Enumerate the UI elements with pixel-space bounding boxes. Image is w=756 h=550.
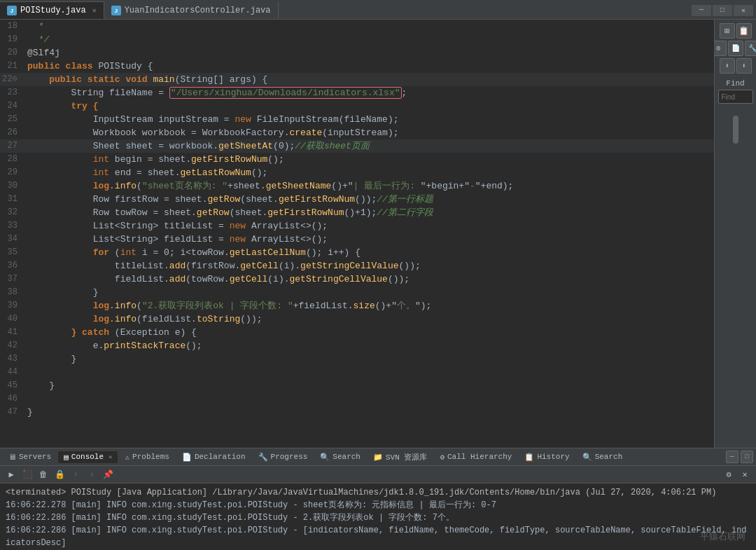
close-icon[interactable]: ✕ [92,6,97,15]
servers-icon: 🖥 [8,453,16,462]
table-row: 29 int end = sheet.getLastRowNum(); [0,166,714,179]
console-info-line-2: 16:06:22.286 [main] INFO com.xing.studyT… [6,511,750,524]
svg-text:J: J [114,8,118,14]
table-row: 22⊙ public static void main(String[] arg… [0,73,714,86]
btab-servers[interactable]: 🖥 Servers [3,451,57,463]
tab-yuanindicators[interactable]: J YuanIndicatorsController.java [104,1,279,19]
sidebar-btn-5[interactable]: 🔧 [745,41,757,56]
table-row: 42 e.printStackTrace(); [0,339,714,352]
history-icon: 📋 [524,453,534,462]
scrollbar[interactable] [732,109,739,441]
sidebar-btn-7[interactable]: ⬇ [736,58,752,74]
console-close-btn[interactable]: ✕ [738,467,752,481]
table-row: 32 Row towRow = sheet.getRow(sheet.getFi… [0,206,714,219]
close-window-button[interactable]: ✕ [734,5,753,16]
console-close-icon[interactable]: ✕ [108,453,112,461]
tab-poistudy[interactable]: J POIStudy.java ✕ [0,1,104,19]
table-row: 36 titleList.add(firstRow.getCell(i).get… [0,259,714,273]
table-row: 25 InputStream inputStream = new FileInp… [0,113,714,126]
table-row: 23 String fileName = "/Users/xinghua/Dow… [0,86,714,99]
table-row: 26 Workbook workbook = WorkbookFactory.c… [0,126,714,139]
java-file-icon2: J [111,6,121,15]
console-terminated-line: <terminated> POIStudy [Java Application]… [6,486,750,499]
table-row: 20 @Slf4j [0,46,714,60]
console-info-line-3: 16:06:22.286 [main] INFO com.xing.studyT… [6,524,750,549]
table-row: 28 int begin = sheet.getFirstRowNum(); [0,153,714,166]
table-row: 19 */ [0,33,714,46]
search-icon: 🔍 [320,453,330,462]
search2-icon: 🔍 [582,453,592,462]
declaration-icon: 📄 [182,453,192,462]
scrollbar-thumb[interactable] [733,116,738,144]
table-row: 43 } [0,352,714,366]
console-scroll-lock-button[interactable]: 🔒 [52,467,66,481]
callhierarchy-icon: ⚙ [440,453,444,462]
bottom-right-controls: ─ □ [726,451,753,463]
console-prev-button: ⬆ [69,467,83,481]
code-lines: 18 * 19 */ 20 @Slf4j 21 public class POI… [0,20,714,419]
console-run-button[interactable]: ▶ [4,467,18,481]
table-row: 37 fieldList.add(towRow.getCell(i).getSt… [0,273,714,286]
find-input[interactable] [718,90,753,104]
main-area: 18 * 19 */ 20 @Slf4j 21 public class POI… [0,20,756,448]
console-output: <terminated> POIStudy [Java Application]… [0,483,756,550]
table-row: 35 for (int i = 0; i<towRow.getLastCellN… [0,246,714,259]
svg-text:J: J [10,8,14,14]
btab-progress[interactable]: 🔧 Progress [253,451,314,463]
tab-bar: J POIStudy.java ✕ J YuanIndicatorsContro… [0,0,756,20]
sidebar-btn-1[interactable]: ⊞ [720,23,735,39]
table-row: 46 [0,392,714,406]
right-sidebar: ⊞ 📋 ⚙ 📄 🔧 ⬇ ⬇ Find [714,20,756,448]
table-row: 45 } [0,379,714,392]
problems-icon: ⚠ [125,453,130,462]
table-row: 38 } [0,286,714,299]
console-clear-button[interactable]: 🗑 [36,467,50,481]
code-editor: 18 * 19 */ 20 @Slf4j 21 public class POI… [0,20,714,448]
maximize-panel-button[interactable]: □ [741,451,753,463]
java-file-icon: J [7,6,17,15]
table-row: 41 } catch (Exception e) { [0,326,714,339]
sidebar-btn-6[interactable]: ⬇ [720,58,735,74]
maximize-button[interactable]: □ [713,5,732,16]
table-row: 21 public class POIStudy { [0,60,714,73]
minimize-panel-button[interactable]: ─ [726,451,738,463]
table-row: 34 List<String> fieldList = new ArrayLis… [0,233,714,246]
table-row: 31 Row firstRow = sheet.getRow(sheet.get… [0,193,714,206]
minimize-button[interactable]: ─ [692,5,711,16]
btab-history[interactable]: 📋 History [519,451,575,463]
sidebar-btn-2[interactable]: 📋 [736,23,752,39]
svn-icon: 📁 [373,453,383,462]
console-settings-button[interactable]: ⚙ [722,467,736,481]
sidebar-bot-buttons: ⬇ ⬇ [720,58,752,74]
table-row: 33 List<String> titleList = new ArrayLis… [0,219,714,233]
console-icon: ▤ [64,453,69,462]
btab-declaration[interactable]: 📄 Declaration [176,451,251,463]
btab-callhierarchy[interactable]: ⚙ Call Hierarchy [434,451,517,463]
btab-svn[interactable]: 📁 SVN 资源库 [368,451,433,464]
console-stop-button: ⬛ [20,467,34,481]
table-row: 27 Sheet sheet = workbook.getSheetAt(0);… [0,139,714,153]
table-row: 18 * [0,20,714,33]
table-row: 30 log.info("sheet页名称为: "+sheet.getSheet… [0,179,714,193]
console-toolbar: ▶ ⬛ 🗑 🔒 ⬆ ⬇ 📌 ⚙ ✕ [0,466,756,483]
progress-icon: 🔧 [258,453,268,462]
btab-search[interactable]: 🔍 Search [314,451,366,463]
console-info-line-1: 16:06:22.278 [main] INFO com.xing.studyT… [6,499,750,511]
btab-search2[interactable]: 🔍 Search [577,451,629,463]
bottom-tab-bar: 🖥 Servers ▤ Console ✕ ⚠ Problems 📄 Decla… [0,448,756,466]
table-row: 47 } [0,406,714,419]
table-row: 39 log.info("2.获取字段列表ok | 字段个数: "+fieldL… [0,299,714,312]
sidebar-top-buttons: ⊞ 📋 [720,23,752,39]
table-row: 24 try { [0,99,714,113]
console-pin-button[interactable]: 📌 [101,467,115,481]
btab-problems[interactable]: ⚠ Problems [119,451,174,463]
table-row: 44 [0,366,714,379]
find-label: Find [726,79,744,88]
sidebar-btn-4[interactable]: 📄 [728,41,743,56]
btab-console[interactable]: ▤ Console ✕ [58,451,118,463]
code-content[interactable]: 18 * 19 */ 20 @Slf4j 21 public class POI… [0,20,714,448]
sidebar-mid-buttons: ⚙ 📄 🔧 [711,41,757,56]
table-row: 40 log.info(fieldList.toString()); [0,312,714,326]
console-next-button: ⬇ [85,467,99,481]
console-area: ▶ ⬛ 🗑 🔒 ⬆ ⬇ 📌 ⚙ ✕ <terminated> POIStudy … [0,466,756,550]
